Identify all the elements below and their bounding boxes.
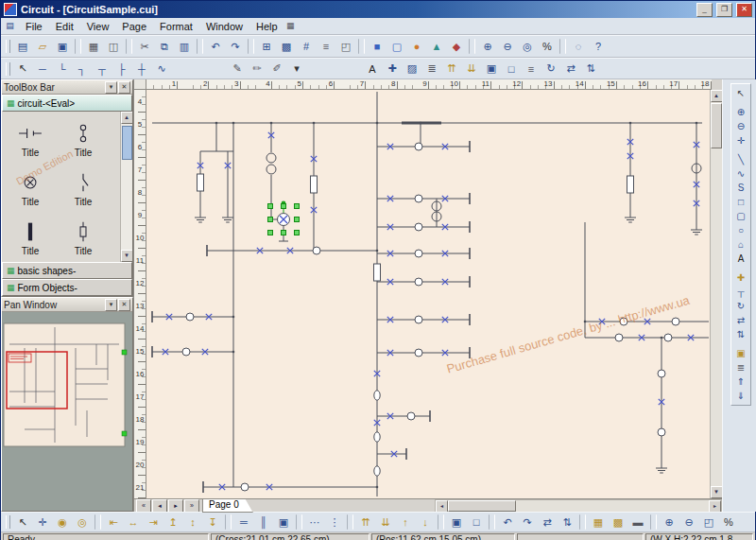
connector-elbow2-button[interactable]: ┐ <box>73 60 92 78</box>
unlock-button[interactable]: ◎ <box>73 514 92 531</box>
rotate-button[interactable]: ↻ <box>541 60 560 78</box>
scroll-right-icon[interactable]: ▸ <box>709 500 721 513</box>
ellipse-tool-button[interactable]: ○ <box>732 223 749 237</box>
scroll-down-icon[interactable]: ▼ <box>121 250 133 262</box>
triangle-shape-button[interactable]: ▲ <box>427 38 446 56</box>
print-preview-button[interactable]: ◫ <box>104 38 123 56</box>
rounded-rect-tool-button[interactable]: ▢ <box>732 209 749 223</box>
line-style-dropdown[interactable]: ▾ <box>287 60 306 78</box>
zoom-out-button[interactable]: ⊖ <box>498 38 517 56</box>
pan-button[interactable]: ✛ <box>33 514 52 531</box>
distribute-h-button[interactable]: ⋯ <box>305 514 324 531</box>
toolbox-group-form-objects[interactable]: ▦Form Objects- <box>2 279 132 296</box>
align-bottom-button[interactable]: ↧ <box>203 514 222 531</box>
insert-chart-button[interactable]: ▩ <box>277 38 296 56</box>
connector-cross-button[interactable]: ┼ <box>132 60 151 78</box>
rotate-tool-button[interactable]: ↻ <box>732 299 749 313</box>
rotate-left-button[interactable]: ↶ <box>498 514 517 531</box>
page-setup-button[interactable]: ◰ <box>336 38 355 56</box>
toolbox-item-element[interactable]: Title <box>57 213 110 262</box>
rect-shape-button[interactable]: ■ <box>368 38 387 56</box>
toolbox-group-circuit[interactable]: ▦ circuit-<Eval> <box>2 95 132 112</box>
line-tool-button[interactable]: ╲ <box>732 152 749 166</box>
same-height-button[interactable]: ║ <box>254 514 273 531</box>
scrollbar-thumb[interactable] <box>122 126 132 160</box>
flip-vertical-button[interactable]: ⇅ <box>558 514 576 531</box>
menu-page[interactable]: Page <box>115 20 153 33</box>
toolbox-item-link[interactable]: Title <box>57 114 110 164</box>
pointer-button[interactable]: ↖ <box>13 514 32 531</box>
text-tool-button[interactable]: A <box>732 252 749 266</box>
flip-v-tool-button[interactable]: ⇅ <box>732 327 749 341</box>
close-button[interactable]: ✕ <box>736 3 752 17</box>
page-tab[interactable]: Page 0 <box>202 499 253 513</box>
pan-tool-button[interactable]: ✛ <box>732 133 749 148</box>
paste-button[interactable]: ▥ <box>175 38 194 56</box>
zoom-percent-button[interactable]: % <box>719 514 738 531</box>
to-back-button[interactable]: ⇊ <box>376 514 395 531</box>
close-icon[interactable]: ✕ <box>118 81 130 94</box>
scroll-up-icon[interactable]: ▲ <box>121 112 133 124</box>
menu-help[interactable]: Help <box>249 20 284 33</box>
print-icon[interactable]: ▦ <box>284 21 297 32</box>
pencil-tool-button[interactable]: ✎ <box>228 60 247 78</box>
image-tool-button[interactable]: ▨ <box>403 60 421 78</box>
scroll-left-icon[interactable]: ◂ <box>436 500 448 513</box>
page-first-button[interactable]: « <box>136 499 151 513</box>
group-button[interactable]: ▣ <box>447 514 466 531</box>
zoom-out-button[interactable]: ⊖ <box>679 514 698 531</box>
toolbox-item-source[interactable]: Title <box>4 114 57 164</box>
zoom-out-tool-button[interactable]: ⊖ <box>732 119 749 133</box>
toolbox-item-switch[interactable]: Title <box>57 164 110 213</box>
forward-one-button[interactable]: ↑ <box>396 514 415 531</box>
collapse-icon[interactable]: ▾ <box>105 81 117 94</box>
toolbox-scrollbar[interactable]: ▲ ▼ <box>120 112 132 262</box>
align-top-button[interactable]: ↥ <box>163 514 182 531</box>
text-tool-button[interactable]: A <box>363 60 382 78</box>
vertical-scrollbar[interactable]: ▲ ▼ <box>710 90 722 498</box>
connector-tree-button[interactable]: ┬ <box>93 60 112 78</box>
toolbox-group-basic-shapes[interactable]: ▦basic shapes- <box>2 262 132 279</box>
bezier-tool-button[interactable]: S <box>732 181 749 195</box>
same-size-button[interactable]: ▣ <box>274 514 293 531</box>
distribute-v-button[interactable]: ⋮ <box>325 514 344 531</box>
redo-button[interactable]: ↷ <box>226 38 245 56</box>
zoom-level-button[interactable]: % <box>538 38 557 56</box>
document-icon[interactable]: ▤ <box>4 21 16 32</box>
menu-view[interactable]: View <box>80 20 116 33</box>
new-button[interactable]: ▤ <box>13 38 32 56</box>
selected-symbol[interactable] <box>268 201 300 235</box>
insert-table-button[interactable]: ⊞ <box>257 38 276 56</box>
schematic-canvas[interactable]: Purchase full source code, by ... http:/… <box>146 90 710 498</box>
brush-tool-button[interactable]: ✐ <box>267 60 286 78</box>
rotate-right-button[interactable]: ↷ <box>518 514 537 531</box>
flip-h-button[interactable]: ⇄ <box>561 60 580 78</box>
pan-thumbnail[interactable] <box>2 312 132 511</box>
scroll-down-icon[interactable]: ▼ <box>711 486 723 498</box>
close-icon[interactable]: ✕ <box>118 299 130 311</box>
rounded-rect-shape-button[interactable]: ▢ <box>387 38 406 56</box>
toolbox-header[interactable]: ToolBox Bar ▾ ✕ <box>2 80 132 95</box>
select-tool-button[interactable]: ↖ <box>732 86 749 100</box>
zoom-in-button[interactable]: ⊕ <box>478 38 497 56</box>
page-next-button[interactable]: ▸ <box>168 499 183 513</box>
find-button[interactable]: ◌ <box>569 38 588 56</box>
page-prev-button[interactable]: ◂ <box>152 499 167 513</box>
connector-curve-button[interactable]: ∿ <box>152 60 171 78</box>
zoom-page-button[interactable]: ◰ <box>699 514 718 531</box>
snap-button[interactable]: ▩ <box>609 514 627 531</box>
zoom-in-tool-button[interactable]: ⊕ <box>732 105 749 119</box>
diamond-shape-button[interactable]: ◆ <box>447 38 466 56</box>
align-center-button[interactable]: ↔ <box>124 514 143 531</box>
toolbar-grip[interactable] <box>6 62 10 76</box>
page-last-button[interactable]: » <box>184 499 199 513</box>
layers-button[interactable]: ≣ <box>422 60 441 78</box>
copy-button[interactable]: ⧉ <box>155 38 174 56</box>
align-middle-button[interactable]: ↕ <box>183 514 202 531</box>
print-button[interactable]: ▦ <box>84 38 103 56</box>
align-right-button[interactable]: ⇥ <box>144 514 163 531</box>
group-tool-button[interactable]: ▣ <box>732 346 749 360</box>
to-back-tool-button[interactable]: ⇓ <box>732 389 749 403</box>
grid-toggle-button[interactable]: # <box>297 38 316 56</box>
scroll-up-icon[interactable]: ▲ <box>711 90 723 102</box>
